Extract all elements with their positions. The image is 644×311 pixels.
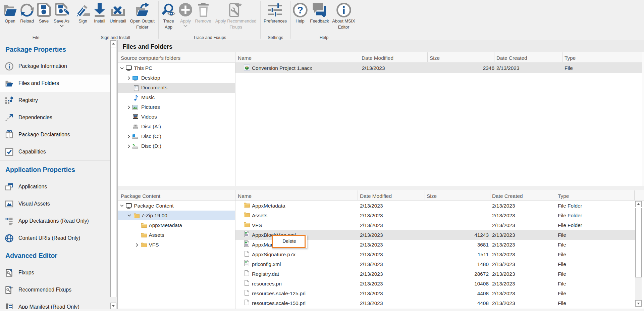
svg-text:?: ? xyxy=(297,5,303,15)
